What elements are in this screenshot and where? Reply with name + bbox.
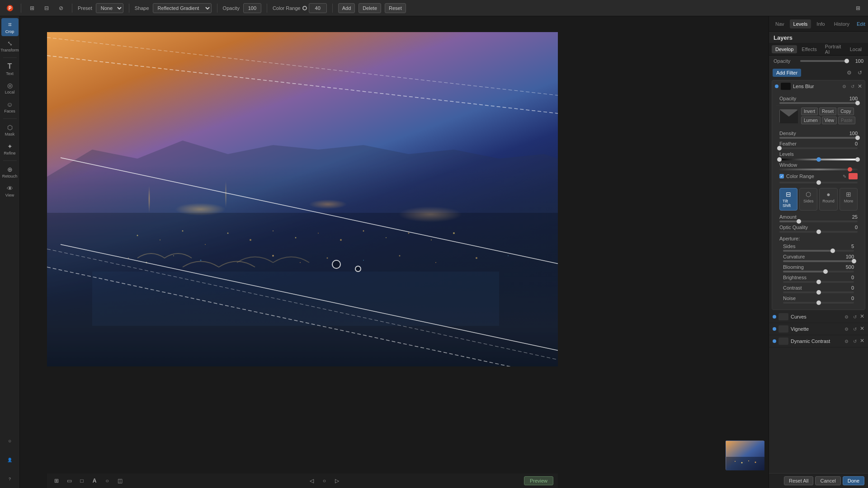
tool-icon-3[interactable]: ⊘: [56, 3, 66, 14]
tool-icon-1[interactable]: ⊞: [27, 3, 38, 14]
feather-thumb[interactable]: [777, 146, 782, 150]
canvas-image[interactable]: [47, 32, 558, 366]
sidebar-item-text[interactable]: T Text: [1, 60, 19, 78]
lb-opacity-thumb[interactable]: [855, 101, 860, 105]
sidebar-item-refine[interactable]: ✦ Refine: [1, 140, 19, 158]
levels-track[interactable]: [779, 159, 858, 160]
color-range-checkbox[interactable]: ✓: [779, 174, 784, 178]
vignette-close[interactable]: ✕: [860, 325, 864, 333]
dynamic-contrast-close[interactable]: ✕: [860, 338, 864, 345]
filter-reset-icon[interactable]: ↺: [855, 68, 864, 77]
sub-tab-local[interactable]: Local: [846, 45, 865, 53]
shape-tilt-shift[interactable]: ⊟ Tilt Shift: [779, 188, 797, 211]
filter-settings-icon[interactable]: ⚙: [844, 68, 854, 77]
sub-tab-portrait-ai[interactable]: Portrait AI: [821, 42, 845, 56]
reset-all-button[interactable]: Reset All: [784, 476, 813, 485]
density-track[interactable]: [779, 137, 858, 139]
bottom-tool-grid[interactable]: ⊞: [52, 476, 61, 486]
levels-thumb-right[interactable]: [855, 157, 860, 162]
curves-settings[interactable]: ⚙: [843, 313, 850, 320]
blooming-thumb[interactable]: [823, 269, 828, 274]
sidebar-item-transform[interactable]: ⤡ Transform: [1, 37, 19, 55]
noise-thumb[interactable]: [816, 300, 821, 305]
control-point-side[interactable]: [355, 266, 361, 272]
bottom-tool-2[interactable]: 👤: [1, 451, 19, 469]
mask-view-btn[interactable]: View: [822, 117, 837, 124]
tab-levels[interactable]: Levels: [790, 19, 811, 28]
mask-reset-btn[interactable]: Reset: [819, 108, 836, 115]
brightness-track[interactable]: [783, 281, 854, 283]
add-button[interactable]: Add: [338, 3, 355, 13]
color-range-slider-thumb[interactable]: [816, 180, 821, 185]
lens-blur-reset[interactable]: ↺: [849, 83, 856, 90]
tab-info[interactable]: Info: [813, 19, 828, 28]
sidebar-item-local[interactable]: ◎ Local: [1, 79, 19, 97]
density-thumb[interactable]: [855, 136, 860, 140]
amount-thumb[interactable]: [797, 219, 801, 224]
tab-history[interactable]: History: [830, 19, 853, 28]
shape-more[interactable]: ⊞ More: [840, 188, 858, 211]
bottom-tool-1[interactable]: ☺: [1, 432, 19, 450]
sides-track[interactable]: [783, 250, 854, 252]
brightness-thumb[interactable]: [816, 280, 821, 284]
edit-button[interactable]: Edit: [857, 21, 865, 27]
blooming-track[interactable]: [783, 271, 854, 272]
mask-copy-btn[interactable]: Copy: [838, 108, 854, 115]
cancel-button[interactable]: Cancel: [815, 476, 840, 485]
bottom-nav-circle[interactable]: ○: [319, 476, 329, 486]
lb-opacity-track[interactable]: [779, 102, 858, 104]
mask-lumen-btn[interactable]: Lumen: [801, 117, 821, 124]
curves-close[interactable]: ✕: [860, 313, 864, 320]
window-track[interactable]: [779, 169, 858, 170]
reset-button[interactable]: Reset: [385, 3, 406, 13]
window-thumb[interactable]: [848, 167, 852, 172]
bottom-tool-mask[interactable]: ◫: [115, 476, 125, 486]
delete-button[interactable]: Delete: [359, 3, 381, 13]
nav-icon[interactable]: ⊞: [853, 3, 863, 14]
sides-thumb[interactable]: [830, 249, 835, 253]
tab-nav[interactable]: Nav: [772, 19, 788, 28]
feather-track[interactable]: [779, 147, 858, 149]
levels-thumb-mid[interactable]: [816, 157, 821, 162]
opacity-slider-thumb[interactable]: [844, 59, 849, 63]
color-range-input[interactable]: [309, 3, 327, 13]
sidebar-item-mask[interactable]: ⬡ Mask: [1, 121, 19, 139]
bottom-tool-square[interactable]: □: [77, 476, 87, 486]
sidebar-item-retouch[interactable]: ⊕ Retouch: [1, 163, 19, 181]
color-range-swatch[interactable]: [849, 173, 858, 179]
curves-reset[interactable]: ↺: [851, 313, 859, 320]
bottom-nav-left[interactable]: ◁: [307, 476, 316, 486]
contrast-thumb[interactable]: [816, 290, 821, 295]
bottom-tool-rect[interactable]: ▭: [64, 476, 74, 486]
preview-button[interactable]: Preview: [524, 476, 553, 485]
done-button[interactable]: Done: [843, 476, 864, 485]
color-range-slider-track[interactable]: [779, 182, 858, 183]
vignette-reset[interactable]: ↺: [851, 325, 859, 333]
dynamic-contrast-reset[interactable]: ↺: [851, 338, 859, 345]
shape-round[interactable]: ● Round: [819, 188, 838, 211]
bottom-nav-right[interactable]: ▷: [332, 476, 342, 486]
sidebar-item-faces[interactable]: ☺ Faces: [1, 98, 19, 116]
bottom-tool-3[interactable]: ?: [1, 470, 19, 488]
bottom-tool-circle[interactable]: ○: [102, 476, 112, 486]
curvature-thumb[interactable]: [852, 259, 856, 263]
contrast-track[interactable]: [783, 291, 854, 293]
lens-blur-close[interactable]: ✕: [858, 83, 862, 89]
dynamic-contrast-settings[interactable]: ⚙: [843, 338, 850, 345]
add-filter-button[interactable]: Add Filter: [773, 69, 801, 77]
optic-quality-track[interactable]: [779, 231, 858, 233]
mask-paste-btn[interactable]: Paste: [838, 117, 855, 124]
shape-select[interactable]: Reflected Gradient: [153, 3, 212, 13]
sub-tab-effects[interactable]: Effects: [798, 45, 820, 53]
preset-select[interactable]: None: [96, 3, 123, 13]
sub-tab-develop[interactable]: Develop: [772, 45, 797, 53]
optic-quality-thumb[interactable]: [816, 230, 821, 234]
sidebar-item-view[interactable]: 👁 View: [1, 182, 19, 200]
noise-track[interactable]: [783, 302, 854, 304]
opacity-input[interactable]: [243, 3, 261, 13]
levels-thumb-left[interactable]: [777, 157, 782, 162]
vignette-settings[interactable]: ⚙: [843, 325, 850, 333]
bottom-tool-text[interactable]: A: [90, 476, 99, 486]
color-range-picker-icon[interactable]: ✎: [843, 174, 846, 179]
curvature-track[interactable]: [783, 260, 854, 262]
